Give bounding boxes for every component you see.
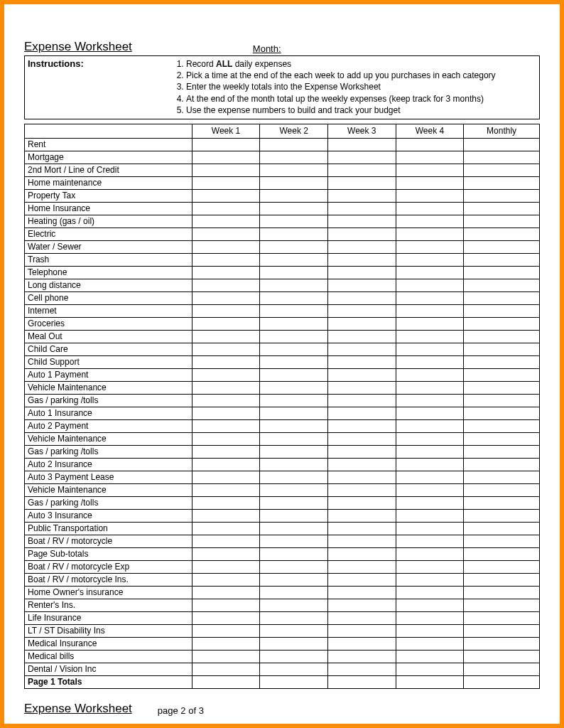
value-cell[interactable] xyxy=(396,535,464,547)
value-cell[interactable] xyxy=(260,432,328,445)
value-cell[interactable] xyxy=(327,624,396,637)
value-cell[interactable] xyxy=(327,381,396,394)
value-cell[interactable] xyxy=(396,432,464,445)
value-cell[interactable] xyxy=(192,343,260,355)
value-cell[interactable] xyxy=(260,522,328,535)
value-cell[interactable] xyxy=(464,522,540,535)
value-cell[interactable] xyxy=(327,547,396,560)
value-cell[interactable] xyxy=(327,266,396,279)
value-cell[interactable] xyxy=(260,381,328,394)
value-cell[interactable] xyxy=(192,573,260,586)
totals-cell[interactable] xyxy=(260,675,328,688)
value-cell[interactable] xyxy=(464,599,540,611)
value-cell[interactable] xyxy=(192,407,260,419)
value-cell[interactable] xyxy=(396,522,464,535)
value-cell[interactable] xyxy=(327,228,396,240)
value-cell[interactable] xyxy=(192,599,260,611)
value-cell[interactable] xyxy=(464,535,540,547)
value-cell[interactable] xyxy=(464,138,540,151)
value-cell[interactable] xyxy=(192,381,260,394)
value-cell[interactable] xyxy=(327,458,396,471)
value-cell[interactable] xyxy=(260,228,328,240)
value-cell[interactable] xyxy=(396,650,464,663)
value-cell[interactable] xyxy=(396,291,464,304)
value-cell[interactable] xyxy=(192,176,260,189)
value-cell[interactable] xyxy=(260,407,328,419)
value-cell[interactable] xyxy=(464,394,540,407)
value-cell[interactable] xyxy=(464,586,540,599)
value-cell[interactable] xyxy=(192,663,260,675)
value-cell[interactable] xyxy=(464,611,540,624)
value-cell[interactable] xyxy=(260,471,328,483)
value-cell[interactable] xyxy=(464,407,540,419)
value-cell[interactable] xyxy=(464,458,540,471)
value-cell[interactable] xyxy=(396,355,464,368)
value-cell[interactable] xyxy=(327,355,396,368)
value-cell[interactable] xyxy=(327,394,396,407)
value-cell[interactable] xyxy=(327,483,396,496)
value-cell[interactable] xyxy=(192,535,260,547)
value-cell[interactable] xyxy=(464,624,540,637)
value-cell[interactable] xyxy=(260,138,328,151)
value-cell[interactable] xyxy=(396,637,464,650)
value-cell[interactable] xyxy=(192,432,260,445)
value-cell[interactable] xyxy=(327,164,396,176)
value-cell[interactable] xyxy=(260,266,328,279)
value-cell[interactable] xyxy=(192,240,260,253)
value-cell[interactable] xyxy=(327,151,396,164)
value-cell[interactable] xyxy=(396,228,464,240)
value-cell[interactable] xyxy=(464,483,540,496)
value-cell[interactable] xyxy=(464,330,540,343)
value-cell[interactable] xyxy=(327,419,396,432)
value-cell[interactable] xyxy=(464,381,540,394)
value-cell[interactable] xyxy=(464,663,540,675)
value-cell[interactable] xyxy=(260,176,328,189)
totals-cell[interactable] xyxy=(464,675,540,688)
value-cell[interactable] xyxy=(192,637,260,650)
value-cell[interactable] xyxy=(192,650,260,663)
value-cell[interactable] xyxy=(396,151,464,164)
value-cell[interactable] xyxy=(396,547,464,560)
value-cell[interactable] xyxy=(260,458,328,471)
value-cell[interactable] xyxy=(396,419,464,432)
value-cell[interactable] xyxy=(464,291,540,304)
value-cell[interactable] xyxy=(396,394,464,407)
value-cell[interactable] xyxy=(260,419,328,432)
value-cell[interactable] xyxy=(260,663,328,675)
value-cell[interactable] xyxy=(396,509,464,522)
value-cell[interactable] xyxy=(327,496,396,509)
value-cell[interactable] xyxy=(396,240,464,253)
value-cell[interactable] xyxy=(192,509,260,522)
value-cell[interactable] xyxy=(327,330,396,343)
value-cell[interactable] xyxy=(464,304,540,317)
value-cell[interactable] xyxy=(327,560,396,573)
value-cell[interactable] xyxy=(464,509,540,522)
value-cell[interactable] xyxy=(192,215,260,228)
value-cell[interactable] xyxy=(327,586,396,599)
value-cell[interactable] xyxy=(192,483,260,496)
value-cell[interactable] xyxy=(260,291,328,304)
value-cell[interactable] xyxy=(192,419,260,432)
value-cell[interactable] xyxy=(260,650,328,663)
value-cell[interactable] xyxy=(327,407,396,419)
value-cell[interactable] xyxy=(396,496,464,509)
value-cell[interactable] xyxy=(192,458,260,471)
value-cell[interactable] xyxy=(192,547,260,560)
value-cell[interactable] xyxy=(260,304,328,317)
value-cell[interactable] xyxy=(192,228,260,240)
value-cell[interactable] xyxy=(327,215,396,228)
value-cell[interactable] xyxy=(192,368,260,381)
value-cell[interactable] xyxy=(464,240,540,253)
value-cell[interactable] xyxy=(260,599,328,611)
value-cell[interactable] xyxy=(464,202,540,215)
value-cell[interactable] xyxy=(327,650,396,663)
value-cell[interactable] xyxy=(327,637,396,650)
value-cell[interactable] xyxy=(464,637,540,650)
value-cell[interactable] xyxy=(260,279,328,291)
value-cell[interactable] xyxy=(396,599,464,611)
value-cell[interactable] xyxy=(327,522,396,535)
value-cell[interactable] xyxy=(260,394,328,407)
value-cell[interactable] xyxy=(327,291,396,304)
value-cell[interactable] xyxy=(192,151,260,164)
value-cell[interactable] xyxy=(327,471,396,483)
